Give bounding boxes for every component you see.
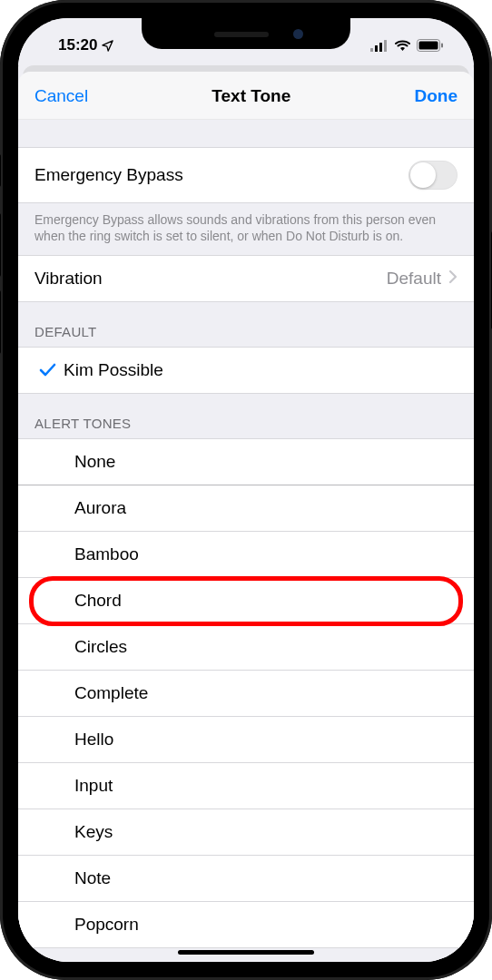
page-title: Text Tone (212, 86, 290, 106)
default-section-header: DEFAULT (18, 302, 474, 347)
status-time: 15:20 (58, 36, 97, 54)
alert-tone-label: Popcorn (74, 915, 458, 935)
svg-rect-2 (379, 43, 382, 52)
alert-tone-label: None (74, 452, 458, 472)
alert-tone-label: Hello (74, 730, 458, 750)
vibration-row[interactable]: Vibration Default (18, 255, 474, 302)
vibration-label: Vibration (34, 269, 387, 289)
battery-icon (417, 39, 443, 52)
svg-rect-3 (384, 40, 387, 52)
alert-tone-label: Complete (74, 683, 458, 703)
svg-rect-0 (370, 48, 373, 52)
emergency-bypass-label: Emergency Bypass (34, 165, 408, 185)
alert-tone-row[interactable]: Chord (18, 578, 474, 624)
alert-tone-row[interactable]: Note (18, 856, 474, 902)
emergency-bypass-footer: Emergency Bypass allows sounds and vibra… (18, 203, 474, 255)
alert-tone-row[interactable]: None (18, 438, 474, 485)
default-tone-row[interactable]: Kim Possible (18, 347, 474, 394)
alert-tone-label: Note (74, 868, 458, 888)
alert-tone-label: Bamboo (74, 544, 458, 564)
vibration-value: Default (387, 269, 441, 289)
done-button[interactable]: Done (414, 86, 458, 106)
cancel-button[interactable]: Cancel (34, 86, 88, 106)
wifi-icon (394, 39, 411, 52)
svg-rect-6 (441, 44, 443, 48)
alert-tone-row[interactable]: Bamboo (18, 532, 474, 578)
svg-rect-5 (419, 42, 438, 50)
chevron-right-icon (448, 269, 458, 289)
home-indicator[interactable] (178, 950, 314, 955)
alert-tones-header: ALERT TONES (18, 394, 474, 438)
alert-tone-label: Chord (74, 591, 458, 611)
alert-tone-label: Keys (74, 822, 458, 842)
alert-tone-row[interactable]: Circles (18, 624, 474, 671)
alert-tone-row[interactable]: Hello (18, 717, 474, 763)
emergency-bypass-row[interactable]: Emergency Bypass (18, 147, 474, 203)
alert-tone-label: Input (74, 776, 458, 796)
alert-tone-row[interactable]: Aurora (18, 485, 474, 532)
alert-tone-label: Aurora (74, 498, 458, 518)
location-icon (101, 39, 114, 53)
checkmark-icon (31, 362, 64, 378)
alert-tone-row[interactable]: Keys (18, 809, 474, 856)
svg-rect-1 (375, 45, 378, 52)
default-tone-label: Kim Possible (64, 360, 458, 380)
cellular-icon (370, 40, 389, 52)
alert-tone-row[interactable]: Input (18, 763, 474, 809)
alert-tone-row[interactable]: Popcorn (18, 902, 474, 948)
emergency-bypass-switch[interactable] (408, 161, 458, 190)
nav-bar: Cancel Text Tone Done (18, 72, 474, 120)
alert-tone-row[interactable]: Complete (18, 671, 474, 717)
alert-tone-label: Circles (74, 637, 458, 657)
